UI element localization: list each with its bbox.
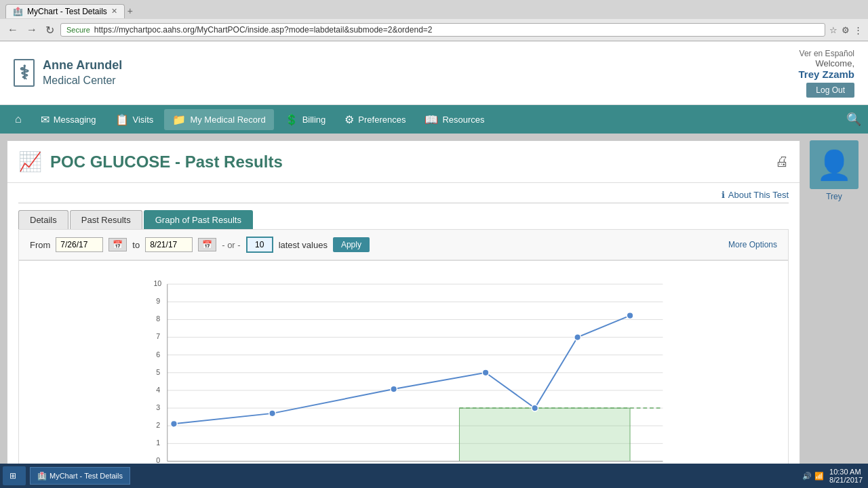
print-icon[interactable]: 🖨 <box>775 154 789 169</box>
latest-count-input[interactable] <box>246 237 273 253</box>
tab-details[interactable]: Details <box>18 210 68 229</box>
about-section: ℹ About This Test <box>7 183 800 203</box>
logout-button[interactable]: Log Out <box>806 83 854 98</box>
tab-favicon: 🏥 <box>13 7 23 16</box>
star-icon[interactable]: ☆ <box>829 25 837 35</box>
nav-medical-record-label: My Medical Record <box>190 115 265 125</box>
logo-area: ⚕ Anne Arundel Medical Center <box>14 58 122 87</box>
nav-preferences[interactable]: ⚙ Preferences <box>336 109 414 130</box>
ver-en-link[interactable]: Ver en Español <box>800 49 854 58</box>
start-button[interactable]: ⊞ <box>3 466 26 485</box>
user-name: Trey Zzamb <box>798 68 854 80</box>
address-bar: ← → ↻ Secure https://mychartpoc.aahs.org… <box>0 19 868 41</box>
avatar-icon: 👤 <box>816 148 852 182</box>
nav-resources[interactable]: 📖 Resources <box>416 109 492 130</box>
tab-graph[interactable]: Graph of Past Results <box>144 210 253 229</box>
taskbar-window-item[interactable]: 🏥 MyChart - Test Details <box>30 467 130 485</box>
data-point <box>269 410 276 417</box>
tab-close-button[interactable]: ✕ <box>111 7 117 16</box>
address-box[interactable]: Secure https://mychartpoc.aahs.org/MyCha… <box>60 23 825 37</box>
browser-chrome: 🏥 MyChart - Test Details ✕ + ← → ↻ Secur… <box>0 0 868 41</box>
extensions-icon[interactable]: ⚙ <box>842 25 850 35</box>
time-display: 10:30 AM <box>829 468 863 476</box>
more-options-link[interactable]: More Options <box>728 240 777 249</box>
taskbar: ⊞ 🏥 MyChart - Test Details 🔊 📶 10:30 AM … <box>0 464 868 488</box>
taskbar-right: 🔊 📶 10:30 AM 8/21/2017 <box>802 468 865 484</box>
to-calendar-button[interactable]: 📅 <box>198 238 216 251</box>
data-point <box>574 334 581 341</box>
from-date-input[interactable] <box>56 237 103 252</box>
taskbar-window-title: MyChart - Test Details <box>50 472 123 480</box>
or-label: - or - <box>222 240 240 250</box>
nav-billing[interactable]: 💲 Billing <box>277 109 334 130</box>
chart-svg: 0 1 2 3 4 5 6 7 8 9 10 <box>26 268 788 471</box>
nav-billing-label: Billing <box>302 115 326 125</box>
svg-text:1: 1 <box>156 439 160 447</box>
logo-line2: Medical Center <box>43 74 122 88</box>
svg-text:5: 5 <box>156 368 160 376</box>
apply-button[interactable]: Apply <box>333 237 370 252</box>
main-area: 📈 POC GLUCOSE - Past Results 🖨 ℹ About T… <box>0 134 868 488</box>
avatar: 👤 <box>810 140 859 189</box>
page-wrapper: ⚕ Anne Arundel Medical Center Ver en Esp… <box>0 41 868 488</box>
logo-text: Anne Arundel Medical Center <box>43 58 122 87</box>
browser-icons: ☆ ⚙ ⋮ <box>829 25 863 35</box>
nav-home[interactable]: ⌂ <box>7 109 30 129</box>
nav-my-medical-record[interactable]: 📁 My Medical Record <box>164 109 273 130</box>
date-display: 8/21/2017 <box>829 476 863 484</box>
data-point <box>171 420 178 427</box>
search-icon[interactable]: 🔍 <box>846 112 861 127</box>
new-tab-button[interactable]: + <box>127 5 133 16</box>
tab-title: MyChart - Test Details <box>27 7 107 16</box>
menu-icon[interactable]: ⋮ <box>854 25 863 35</box>
svg-text:6: 6 <box>156 350 160 359</box>
about-link-text: About This Test <box>728 190 789 200</box>
to-date-input[interactable] <box>145 237 193 252</box>
from-calendar-button[interactable]: 📅 <box>108 238 127 251</box>
from-label: From <box>30 240 50 250</box>
svg-text:7: 7 <box>156 332 160 340</box>
svg-text:2: 2 <box>156 421 160 429</box>
medical-record-icon: 📁 <box>172 113 186 126</box>
nav-messaging[interactable]: ✉ Messaging <box>33 109 104 130</box>
tab-past-results[interactable]: Past Results <box>70 210 142 229</box>
tab-bar: 🏥 MyChart - Test Details ✕ + <box>0 0 868 19</box>
forward-button[interactable]: → <box>24 24 39 36</box>
page-header: 📈 POC GLUCOSE - Past Results 🖨 <box>7 141 800 183</box>
tray-icon-2: 📶 <box>814 472 824 481</box>
data-point <box>627 312 633 319</box>
windows-icon: ⊞ <box>9 471 16 481</box>
active-tab[interactable]: 🏥 MyChart - Test Details ✕ <box>5 4 125 18</box>
svg-text:10: 10 <box>153 279 161 287</box>
logo-line1: Anne Arundel <box>43 58 122 73</box>
tray-icon-1: 🔊 <box>802 472 812 481</box>
header-right: Ver en Español Welcome, Trey Zzamb Log O… <box>798 48 854 98</box>
reload-button[interactable]: ↻ <box>43 24 56 37</box>
taskbar-items: 🏥 MyChart - Test Details <box>30 467 801 485</box>
data-point <box>391 386 397 392</box>
info-icon: ℹ <box>722 190 725 200</box>
logo-icon: ⚕ <box>14 59 35 87</box>
preferences-icon: ⚙ <box>344 113 354 126</box>
nav-resources-label: Resources <box>442 115 484 125</box>
nav-visits[interactable]: 📋 Visits <box>107 109 162 130</box>
chart-container: 0 1 2 3 4 5 6 7 8 9 10 <box>26 268 788 471</box>
latest-label: latest values <box>279 240 328 250</box>
svg-text:8: 8 <box>156 314 160 323</box>
page-title: POC GLUCOSE - Past Results <box>50 152 767 171</box>
tabs: Details Past Results Graph of Past Resul… <box>7 203 800 229</box>
visits-icon: 📋 <box>115 113 129 126</box>
to-label: to <box>132 240 140 250</box>
taskbar-favicon: 🏥 <box>37 472 47 481</box>
home-icon: ⌂ <box>15 113 22 125</box>
back-button[interactable]: ← <box>5 24 20 36</box>
svg-text:3: 3 <box>156 403 160 411</box>
secure-badge: Secure <box>66 26 90 34</box>
nav-bar: ⌂ ✉ Messaging 📋 Visits 📁 My Medical Reco… <box>0 105 868 134</box>
svg-text:4: 4 <box>156 386 160 394</box>
messaging-icon: ✉ <box>41 113 50 126</box>
about-link[interactable]: ℹ About This Test <box>722 190 789 200</box>
nav-messaging-label: Messaging <box>54 115 96 125</box>
profile-name: Trey <box>826 192 842 201</box>
site-header: ⚕ Anne Arundel Medical Center Ver en Esp… <box>0 41 868 105</box>
